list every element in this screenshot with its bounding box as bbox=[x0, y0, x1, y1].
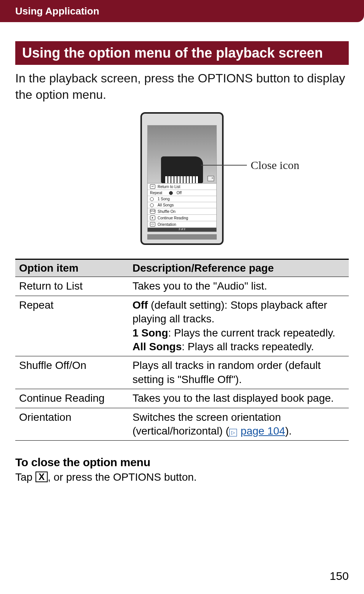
repeat-1song-text: : Plays the current track repeatedly. bbox=[168, 327, 335, 339]
orientation-desc-post: ). bbox=[285, 425, 292, 437]
piano-icon bbox=[161, 156, 203, 183]
orientation-page-link[interactable]: page 104 bbox=[241, 425, 285, 437]
menu-continue-reading[interactable]: ▸ Continue Reading bbox=[148, 215, 216, 221]
repeat-1song-bold: 1 Song bbox=[132, 327, 168, 339]
menu-repeat-all-label: All Songs bbox=[158, 203, 174, 207]
option-items-table: Option item Description/Reference page R… bbox=[15, 259, 349, 441]
repeat-off-bold: Off bbox=[132, 299, 148, 311]
table-row: Return to List Takes you to the "Audio" … bbox=[15, 277, 349, 296]
menu-shuffle-label: Shuffle On bbox=[158, 209, 176, 214]
close-pre-text: Tap bbox=[15, 471, 35, 483]
table-row: Continue Reading Takes you to the last d… bbox=[15, 389, 349, 408]
option-name-return: Return to List bbox=[15, 277, 129, 296]
repeat-all-text: : Plays all tracks repeatedly. bbox=[182, 341, 314, 353]
close-menu-heading: To close the option menu bbox=[15, 456, 349, 469]
repeat-off-text: (default setting): Stops playback after … bbox=[132, 299, 327, 325]
intro-paragraph: In the playback screen, press the OPTION… bbox=[15, 70, 349, 103]
radio-off-icon bbox=[150, 197, 154, 201]
x-close-icon: X bbox=[35, 472, 48, 482]
page-content: Using the option menu of the playback sc… bbox=[0, 22, 364, 485]
menu-orientation-label: Orientation bbox=[158, 222, 176, 227]
book-icon: ▸ bbox=[150, 216, 155, 220]
option-desc-repeat: Off (default setting): Stops playback af… bbox=[129, 296, 349, 356]
table-head-option: Option item bbox=[15, 259, 129, 277]
breadcrumb-text: Using Application bbox=[15, 5, 99, 17]
orientation-icon: ▭ bbox=[150, 222, 155, 227]
option-desc-return: Takes you to the "Audio" list. bbox=[129, 277, 349, 296]
menu-repeat-off: Off bbox=[177, 191, 182, 195]
option-name-repeat: Repeat bbox=[15, 296, 129, 356]
option-name-shuffle: Shuffle Off/On bbox=[15, 356, 129, 389]
option-name-orientation: Orientation bbox=[15, 408, 129, 441]
close-post-text: , or press the OPTIONS button. bbox=[48, 471, 197, 483]
menu-repeat-row[interactable]: Repeat Off bbox=[148, 190, 216, 196]
close-menu-instruction: Tap X, or press the OPTIONS button. bbox=[15, 470, 349, 484]
device-illustration-area: × ↩ Return to List Repeat Off 1 Song bbox=[45, 110, 319, 247]
device-bottom-bar bbox=[147, 234, 217, 240]
menu-return-to-list[interactable]: ↩ Return to List bbox=[148, 184, 216, 190]
header-breadcrumb: Using Application bbox=[0, 0, 364, 22]
repeat-all-bold: All Songs bbox=[132, 341, 182, 353]
menu-repeat-1song-label: 1 Song bbox=[158, 197, 170, 201]
menu-shuffle[interactable]: SHUF Shuffle On bbox=[148, 208, 216, 215]
callout-close-icon-label: Close icon bbox=[251, 159, 300, 172]
table-row: Repeat Off (default setting): Stops play… bbox=[15, 296, 349, 356]
option-name-continue: Continue Reading bbox=[15, 389, 129, 408]
section-title: Using the option menu of the playback sc… bbox=[15, 41, 349, 65]
back-arrow-icon: ↩ bbox=[150, 184, 155, 189]
album-art: × bbox=[148, 126, 216, 183]
menu-repeat-1song[interactable]: 1 Song bbox=[148, 196, 216, 202]
device-screen: × ↩ Return to List Repeat Off 1 Song bbox=[147, 125, 217, 232]
menu-continue-label: Continue Reading bbox=[158, 216, 188, 220]
radio-off-icon bbox=[150, 203, 154, 207]
option-desc-shuffle: Plays all tracks in random order (defaul… bbox=[129, 356, 349, 389]
device-frame: × ↩ Return to List Repeat Off 1 Song bbox=[140, 112, 224, 245]
table-row: Orientation Switches the screen orientat… bbox=[15, 408, 349, 441]
menu-return-label: Return to List bbox=[158, 185, 180, 189]
option-menu-list: ↩ Return to List Repeat Off 1 Song bbox=[148, 183, 216, 232]
page-link-icon: ▷ bbox=[229, 429, 237, 436]
option-desc-continue: Takes you to the last displayed book pag… bbox=[129, 389, 349, 408]
table-row: Shuffle Off/On Plays all tracks in rando… bbox=[15, 356, 349, 389]
close-icon[interactable]: × bbox=[208, 176, 214, 181]
shuffle-badge-icon: SHUF bbox=[150, 209, 155, 214]
menu-orientation[interactable]: ▭ Orientation bbox=[148, 221, 216, 228]
menu-repeat-label: Repeat bbox=[150, 191, 162, 195]
option-desc-orientation: Switches the screen orientation (vertica… bbox=[129, 408, 349, 441]
callout-line bbox=[201, 165, 247, 166]
radio-on-icon bbox=[169, 191, 173, 195]
table-head-description: Description/Reference page bbox=[129, 259, 349, 277]
menu-pager: 2 of 2 bbox=[148, 228, 216, 232]
menu-repeat-allsongs[interactable]: All Songs bbox=[148, 202, 216, 208]
